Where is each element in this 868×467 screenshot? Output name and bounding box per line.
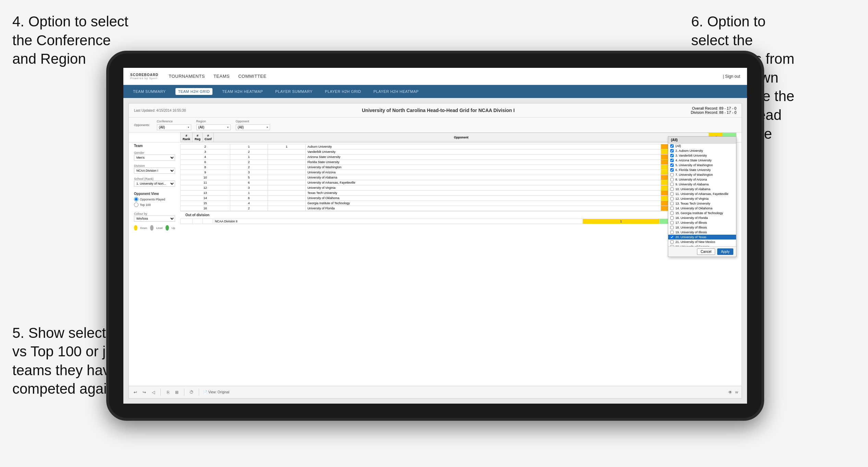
dropdown-item[interactable]: 6. Florida State University xyxy=(668,168,736,172)
region-select[interactable]: (All) xyxy=(196,124,231,130)
cell-reg: 1 xyxy=(230,144,268,149)
dropdown-checkbox[interactable] xyxy=(670,187,674,191)
dropdown-item[interactable]: 9. University of Alabama xyxy=(668,182,736,187)
back-icon[interactable]: ◁ xyxy=(150,389,156,395)
dropdown-checkbox[interactable] xyxy=(670,159,674,162)
dropdown-checkbox[interactable] xyxy=(670,207,674,210)
dropdown-item-label: 8. University of Arizona xyxy=(675,178,707,181)
layout-icon[interactable]: ⊞ xyxy=(174,389,180,395)
dropdown-item[interactable]: 8. University of Arizona xyxy=(668,177,736,182)
dropdown-item[interactable]: 4. Arizona State University xyxy=(668,158,736,163)
tab-player-h2h-grid[interactable]: PLAYER H2H GRID xyxy=(322,88,364,95)
dropdown-item[interactable]: 20. University of Texas xyxy=(668,235,736,239)
tab-team-h2h-grid[interactable]: TEAM H2H GRID xyxy=(175,88,213,95)
colour-by-select[interactable]: Win/loss xyxy=(134,216,175,222)
dropdown-checkbox[interactable] xyxy=(670,168,674,172)
dropdown-item[interactable]: 12. University of Virginia xyxy=(668,196,736,201)
dropdown-checkbox[interactable] xyxy=(670,149,674,152)
tab-team-summary[interactable]: TEAM SUMMARY xyxy=(130,88,169,95)
dropdown-item[interactable]: 18. University of Illinois xyxy=(668,225,736,230)
dropdown-checkbox[interactable] xyxy=(670,192,674,196)
dropdown-item[interactable]: 15. Georgia Institute of Technology xyxy=(668,211,736,216)
nav-signout[interactable]: | Sign out xyxy=(723,74,740,79)
dropdown-item[interactable]: 2. Auburn University xyxy=(668,148,736,153)
colour-by-label: Colour by xyxy=(134,212,175,216)
dropdown-checkbox[interactable] xyxy=(670,240,674,244)
cell-conf xyxy=(268,201,305,206)
dropdown-item-label: 4. Arizona State University xyxy=(675,159,712,162)
region-label: Region xyxy=(196,120,231,123)
dropdown-item[interactable]: 10. University of Alabama xyxy=(668,187,736,192)
dropdown-panel-list[interactable]: (All)2. Auburn University3. Vanderbilt U… xyxy=(668,144,736,246)
dropdown-item[interactable]: 16. University of Florida xyxy=(668,216,736,220)
division-select[interactable]: NCAA Division I xyxy=(134,168,175,174)
dropdown-item[interactable]: 13. Texas Tech University xyxy=(668,201,736,206)
opponent-dropdown-panel: (All) (All)2. Auburn University3. Vander… xyxy=(668,136,736,257)
dropdown-checkbox[interactable] xyxy=(670,231,674,234)
nav-tournaments[interactable]: TOURNAMENTS xyxy=(169,72,205,81)
nav-teams[interactable]: TEAMS xyxy=(213,72,230,81)
cell-conf xyxy=(268,185,305,191)
dropdown-item[interactable]: 21. University of New Mexico xyxy=(668,239,736,244)
cell-rank: 8 xyxy=(181,165,230,170)
table-row: 14 6 University of Oklahoma 2 2 xyxy=(181,196,736,201)
dropdown-checkbox[interactable] xyxy=(670,178,674,181)
cell-opponent: Texas Tech University xyxy=(306,191,661,196)
view-label: 📄 View: Original xyxy=(203,390,229,394)
tab-team-h2h-heatmap[interactable]: TEAM H2H HEATMAP xyxy=(219,88,266,95)
cell-reg: 1 xyxy=(230,155,268,160)
dropdown-checkbox[interactable] xyxy=(670,183,674,186)
dropdown-checkbox[interactable] xyxy=(670,144,674,148)
dropdown-item[interactable]: 7. University of Washington xyxy=(668,172,736,177)
dropdown-checkbox[interactable] xyxy=(670,226,674,229)
eye-icon[interactable]: 👁 xyxy=(727,389,733,395)
cancel-button[interactable]: Cancel xyxy=(697,248,715,255)
dropdown-checkbox[interactable] xyxy=(670,202,674,205)
dropdown-item-label: 3. Vanderbilt University xyxy=(675,154,707,157)
cell-reg: 3 xyxy=(230,170,268,175)
clock-icon[interactable]: ⏱ xyxy=(188,389,195,395)
dropdown-item[interactable]: 17. University of Illinois xyxy=(668,220,736,225)
radio-top100[interactable] xyxy=(134,202,138,207)
dropdown-item[interactable]: 14. University of Oklahoma xyxy=(668,206,736,211)
tab-player-h2h-heatmap[interactable]: PLAYER H2H HEATMAP xyxy=(371,88,421,95)
table-row: 12 3 University of Virginia 2 0 xyxy=(181,185,736,191)
dropdown-checkbox[interactable] xyxy=(670,235,674,239)
apply-button[interactable]: Apply xyxy=(717,248,733,255)
opponent-select[interactable]: (All) xyxy=(236,124,270,130)
cell-opponent: University of Virginia xyxy=(306,185,661,191)
gender-select[interactable]: Men's xyxy=(134,155,175,161)
conference-select[interactable]: (All) xyxy=(157,124,191,130)
dropdown-item-label: 20. University of Texas xyxy=(675,235,706,239)
dropdown-checkbox[interactable] xyxy=(670,163,674,167)
dropdown-checkbox[interactable] xyxy=(670,197,674,200)
out-of-div-reg xyxy=(193,219,203,224)
region-filter-group: Region (All) xyxy=(196,120,231,130)
dropdown-item-label: 13. Texas Tech University xyxy=(675,202,710,205)
dropdown-checkbox[interactable] xyxy=(670,221,674,224)
dropdown-item-label: 14. University of Oklahoma xyxy=(675,207,712,210)
dropdown-checkbox[interactable] xyxy=(670,173,674,176)
school-select[interactable]: 1. University of Nort... xyxy=(134,181,175,187)
nav-committee[interactable]: COMMITTEE xyxy=(238,72,267,81)
redo-icon[interactable]: ↪ xyxy=(141,389,147,395)
dropdown-checkbox[interactable] xyxy=(670,154,674,157)
tab-player-summary[interactable]: PLAYER SUMMARY xyxy=(272,88,315,95)
tablet-device: SCOREBOARD Powered by Sport TOURNAMENTS … xyxy=(106,51,764,421)
cell-rank: 15 xyxy=(181,201,230,206)
th-reg: #Reg xyxy=(193,133,203,142)
dropdown-item[interactable]: 5. University of Washington xyxy=(668,163,736,168)
copy-icon[interactable]: ⎘ xyxy=(165,389,171,395)
dropdown-item[interactable]: 3. Vanderbilt University xyxy=(668,153,736,158)
dropdown-checkbox[interactable] xyxy=(670,245,674,246)
dropdown-checkbox[interactable] xyxy=(670,211,674,215)
dropdown-item[interactable]: (All) xyxy=(668,144,736,148)
radio-opponents-played[interactable] xyxy=(134,197,138,201)
app-header: SCOREBOARD Powered by Sport TOURNAMENTS … xyxy=(123,68,747,85)
cell-reg: 3 xyxy=(230,185,268,191)
dropdown-checkbox[interactable] xyxy=(670,216,674,220)
dropdown-item[interactable]: 11. University of Arkansas, Fayetteville xyxy=(668,192,736,196)
cell-rank: 13 xyxy=(181,191,230,196)
dropdown-item[interactable]: 19. University of Illinois xyxy=(668,230,736,235)
undo-icon[interactable]: ↩ xyxy=(132,389,138,395)
